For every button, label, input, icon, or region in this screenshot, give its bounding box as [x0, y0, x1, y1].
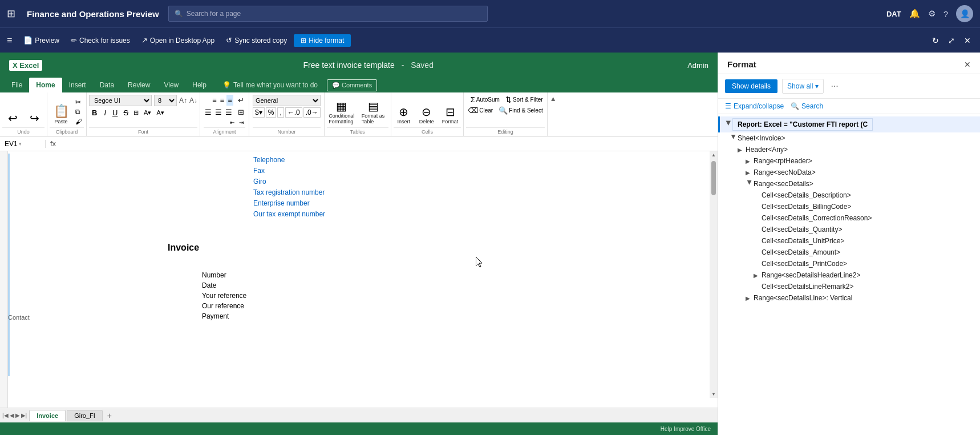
settings-icon[interactable]: ⚙: [928, 9, 936, 19]
nav-prev-icon[interactable]: ◀: [10, 412, 14, 418]
cut-button[interactable]: ✂: [74, 98, 84, 107]
font-color-button[interactable]: A▾: [155, 108, 165, 117]
fill-color-button[interactable]: A▾: [142, 108, 153, 117]
scroll-thumb[interactable]: [711, 161, 716, 195]
conditional-formatting-button[interactable]: ▦ Conditional Formatting: [327, 98, 357, 126]
cell-ref-arrow[interactable]: ▾: [19, 141, 22, 147]
cell-reference[interactable]: EV1 ▾: [0, 140, 46, 148]
format-cell-button[interactable]: ⊟ Format: [439, 104, 461, 126]
tree-cell-amount[interactable]: ▶ Cell<secDetails_Amount>: [718, 247, 980, 258]
nav-next-icon[interactable]: ▶: [15, 412, 20, 418]
delete-cell-button[interactable]: ⊖ Delete: [416, 104, 437, 126]
align-top-center-button[interactable]: ≡: [219, 95, 226, 106]
tree-range-secdetails[interactable]: ▶ Range<secDetails>: [718, 178, 980, 190]
find-select-button[interactable]: 🔍 Find & Select: [497, 106, 544, 115]
spreadsheet-canvas[interactable]: Telephone Fax Giro Tax registration numb…: [0, 151, 718, 408]
increase-font-icon[interactable]: A↑: [179, 96, 187, 104]
show-all-button[interactable]: Show all ▾: [782, 79, 824, 94]
border-button[interactable]: ⊞: [132, 108, 140, 117]
tree-sheet-invoice[interactable]: ▶ Sheet<Invoice>: [718, 132, 980, 144]
show-details-button[interactable]: Show details: [725, 79, 777, 93]
sheet-tab-invoice[interactable]: Invoice: [29, 410, 66, 421]
giro-link[interactable]: Giro: [253, 178, 325, 186]
tree-cell-billingcode[interactable]: ▶ Cell<secDetails_BillingCode>: [718, 201, 980, 212]
tree-cell-description[interactable]: ▶ Cell<secDetails_Description>: [718, 190, 980, 201]
add-sheet-button[interactable]: +: [104, 411, 115, 420]
enterprise-link[interactable]: Enterprise number: [253, 199, 325, 207]
tab-insert[interactable]: Insert: [62, 78, 93, 92]
paste-button[interactable]: 📋 Paste: [50, 103, 72, 126]
hamburger-icon[interactable]: ≡: [7, 35, 12, 46]
tab-home[interactable]: Home: [29, 78, 62, 92]
comma-button[interactable]: ,: [277, 107, 284, 118]
increase-indent-button[interactable]: ⇥: [237, 119, 245, 126]
font-size-select[interactable]: 8: [154, 95, 177, 106]
tab-review[interactable]: Review: [121, 78, 157, 92]
nav-first-icon[interactable]: |◀: [2, 412, 9, 418]
insert-cell-button[interactable]: ⊕ Insert: [394, 104, 414, 126]
sheet-tab-giro-fi[interactable]: Giro_FI: [67, 410, 103, 421]
align-left-button[interactable]: ☰: [204, 107, 213, 118]
number-format-select[interactable]: General: [253, 95, 321, 106]
decrease-decimal-button[interactable]: ←.0: [285, 107, 302, 118]
help-icon[interactable]: ?: [943, 9, 948, 19]
check-issues-button[interactable]: ✏ Check for issues: [66, 34, 135, 47]
notifications-icon[interactable]: 🔔: [909, 9, 920, 19]
tree-header-any[interactable]: ▶ Header<Any>: [718, 144, 980, 155]
vertical-scrollbar[interactable]: ▲ ▼: [710, 151, 718, 398]
sync-copy-button[interactable]: ↺ Sync stored copy: [221, 34, 291, 47]
copy-button[interactable]: ⧉: [74, 107, 84, 116]
scroll-thumb-area[interactable]: [711, 159, 716, 390]
merge-cells-button[interactable]: ⊞: [237, 107, 245, 118]
fax-link[interactable]: Fax: [253, 167, 325, 175]
wrap-text-button[interactable]: ↵: [237, 95, 245, 106]
sheet-tab-nav[interactable]: |◀ ◀ ▶ ▶|: [2, 412, 27, 418]
cell-area[interactable]: Telephone Fax Giro Tax registration numb…: [8, 151, 710, 408]
refresh-icon[interactable]: ↻: [930, 34, 941, 47]
preview-button[interactable]: 📄 Preview: [19, 34, 64, 47]
telephone-link[interactable]: Telephone: [253, 156, 325, 164]
percent-button[interactable]: %: [266, 107, 277, 118]
collapse-ribbon-button[interactable]: ▲: [548, 92, 559, 136]
panel-more-button[interactable]: ···: [831, 81, 838, 91]
align-center-button[interactable]: ☰: [214, 107, 223, 118]
italic-button[interactable]: I: [102, 108, 108, 118]
tab-view[interactable]: View: [157, 78, 185, 92]
underline-button[interactable]: U: [110, 108, 120, 118]
tree-cell-correctionreason[interactable]: ▶ Cell<secDetails_CorrectionReason>: [718, 212, 980, 224]
open-new-icon[interactable]: ⤢: [946, 34, 957, 47]
redo-button[interactable]: ↪: [24, 110, 44, 126]
tell-me-bar[interactable]: 💡 Tell me what you want to do: [218, 79, 322, 91]
nav-last-icon[interactable]: ▶|: [21, 412, 27, 418]
formula-input[interactable]: [60, 140, 718, 148]
tab-data[interactable]: Data: [93, 78, 121, 92]
close-panel-button[interactable]: ✕: [964, 60, 971, 69]
search-panel-button[interactable]: 🔍 Search: [791, 102, 823, 110]
tree-range-rptheader[interactable]: ▶ Range<rptHeader>: [718, 155, 980, 167]
increase-decimal-button[interactable]: .0→: [303, 107, 321, 118]
font-name-select[interactable]: Segoe UI: [89, 95, 152, 106]
align-top-right-button[interactable]: ≡: [226, 95, 233, 106]
app-grid-icon[interactable]: ⊞: [7, 7, 15, 20]
tree-range-headerline2[interactable]: ▶ Range<secDetailsHeaderLine2>: [718, 269, 980, 281]
align-right-button[interactable]: ☰: [224, 107, 233, 118]
tree-cell-lineremark2[interactable]: ▶ Cell<secDetailsLineRemark2>: [718, 281, 980, 292]
decrease-indent-button[interactable]: ⇤: [228, 119, 236, 126]
tab-help[interactable]: Help: [185, 78, 213, 92]
global-search[interactable]: 🔍 Search for a page: [168, 6, 488, 22]
format-as-table-button[interactable]: ▤ Format as Table: [359, 98, 388, 126]
comments-button[interactable]: 💬 Comments: [327, 79, 377, 91]
undo-button[interactable]: ↩: [2, 110, 23, 126]
tree-cell-quantity[interactable]: ▶ Cell<secDetails_Quantity>: [718, 224, 980, 235]
tree-report-root[interactable]: ▶ Report: Excel = "Customer FTI report (…: [718, 116, 980, 132]
currency-button[interactable]: $▾: [253, 107, 265, 118]
expand-collapse-button[interactable]: ☰ Expand/collapse: [725, 102, 784, 110]
tax-reg-link[interactable]: Tax registration number: [253, 188, 325, 196]
scroll-up-button[interactable]: ▲: [710, 151, 717, 159]
align-top-left-button[interactable]: ≡: [211, 95, 218, 106]
sort-filter-button[interactable]: ⇅ Sort & Filter: [504, 95, 545, 104]
format-painter-button[interactable]: 🖌: [74, 117, 84, 126]
bold-button[interactable]: B: [89, 107, 100, 118]
autosum-button[interactable]: Σ AutoSum: [469, 95, 501, 104]
open-desktop-button[interactable]: ↗ Open in Desktop App: [137, 34, 219, 47]
